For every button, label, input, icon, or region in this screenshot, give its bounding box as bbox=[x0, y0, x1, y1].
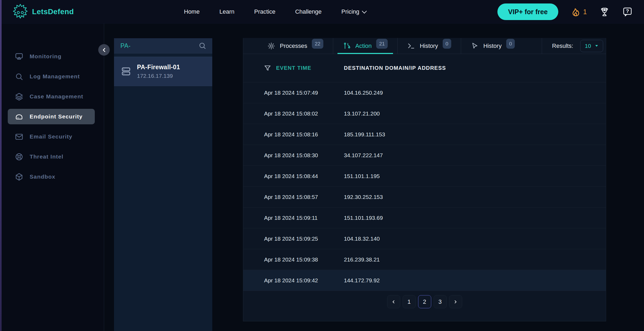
nav-item[interactable]: Pricing bbox=[341, 8, 366, 15]
chevron-left-icon bbox=[101, 47, 108, 53]
server-icon bbox=[120, 66, 132, 77]
device-ip: 172.16.17.139 bbox=[137, 73, 180, 79]
event-time-cell: Apr 18 2024 15:09:11 bbox=[264, 215, 344, 221]
log-search-icon bbox=[15, 72, 23, 81]
device-panel: PA-Firewall-01 172.16.17.139 bbox=[114, 38, 212, 331]
event-table-body: Apr 18 2024 15:07:49 104.16.250.249 Apr … bbox=[243, 82, 606, 291]
destination-cell: 151.101.193.69 bbox=[344, 215, 383, 221]
table-row[interactable]: Apr 18 2024 15:07:49 104.16.250.249 bbox=[243, 82, 606, 103]
sidebar-item[interactable]: Monitoring bbox=[8, 49, 95, 64]
tab-count-badge: 0 bbox=[506, 39, 515, 49]
endpoint-detail-card: Processes 22 Action 21 History 0 bbox=[243, 38, 606, 321]
tab[interactable]: History 0 bbox=[397, 38, 461, 54]
destination-cell: 34.107.222.147 bbox=[344, 152, 383, 159]
device-list-item[interactable]: PA-Firewall-01 172.16.17.139 bbox=[114, 57, 212, 86]
page-number-button[interactable]: 1 bbox=[403, 295, 416, 308]
destination-cell: 13.107.21.200 bbox=[344, 110, 380, 117]
route-icon bbox=[343, 42, 351, 50]
tab-label: Action bbox=[355, 43, 372, 49]
pagination: 1 2 3 bbox=[243, 295, 606, 308]
event-time-cell: Apr 18 2024 15:08:44 bbox=[264, 173, 344, 179]
sidebar-item[interactable]: Threat Intel bbox=[8, 149, 95, 164]
page-number-button[interactable]: 3 bbox=[434, 295, 447, 308]
trophy-icon[interactable] bbox=[599, 6, 610, 17]
destination-cell: 144.172.79.92 bbox=[344, 277, 380, 284]
device-search-box bbox=[114, 38, 212, 53]
tab-count-badge: 21 bbox=[376, 39, 388, 49]
destination-cell: 151.101.1.195 bbox=[344, 173, 380, 179]
tab[interactable]: Processes 22 bbox=[243, 38, 333, 54]
event-time-cell: Apr 18 2024 15:09:25 bbox=[264, 236, 344, 242]
sidebar-item-label: Email Security bbox=[30, 133, 72, 140]
event-time-cell: Apr 18 2024 15:08:57 bbox=[264, 194, 344, 200]
table-row[interactable]: Apr 18 2024 15:08:16 185.199.111.153 bbox=[243, 124, 606, 145]
destination-cell: 185.199.111.153 bbox=[344, 131, 385, 138]
help-icon[interactable]: ? bbox=[622, 6, 633, 17]
table-row[interactable]: Apr 18 2024 15:09:42 144.172.79.92 bbox=[243, 270, 606, 291]
column-header-event-time: EVENT TIME bbox=[264, 64, 344, 72]
table-row[interactable]: Apr 18 2024 15:09:25 104.18.32.140 bbox=[243, 228, 606, 249]
search-icon bbox=[198, 42, 206, 50]
next-page-button[interactable] bbox=[449, 295, 462, 308]
nav-item[interactable]: Home bbox=[184, 8, 200, 15]
tab-count-badge: 0 bbox=[443, 39, 451, 49]
top-navigation: Home Learn Practice Challenge Pricing bbox=[184, 0, 366, 24]
tab[interactable]: Action 21 bbox=[333, 38, 397, 54]
event-time-cell: Apr 18 2024 15:08:30 bbox=[264, 152, 344, 159]
nav-item[interactable]: Challenge bbox=[295, 8, 321, 15]
threat-icon bbox=[15, 152, 23, 161]
page-number-button[interactable]: 2 bbox=[418, 295, 431, 308]
vip-button[interactable]: VIP+ for free bbox=[497, 3, 558, 20]
brand[interactable]: LetsDefend bbox=[13, 4, 74, 20]
sidebar-item[interactable]: Sandbox bbox=[8, 169, 95, 184]
monitor-icon bbox=[15, 52, 23, 61]
event-time-cell: Apr 18 2024 15:09:38 bbox=[264, 256, 344, 263]
destination-cell: 192.30.252.153 bbox=[344, 194, 383, 200]
cursor-icon bbox=[471, 42, 479, 50]
table-row[interactable]: Apr 18 2024 15:09:38 216.239.38.21 bbox=[243, 249, 606, 270]
letsdefend-logo-icon bbox=[13, 4, 28, 20]
table-header: EVENT TIME DESTINATION DOMAIN/IP ADDRESS bbox=[243, 54, 606, 82]
chevron-right-icon bbox=[453, 299, 458, 305]
event-time-cell: Apr 18 2024 15:07:49 bbox=[264, 90, 344, 96]
previous-page-button[interactable] bbox=[387, 295, 400, 308]
sidebar-item[interactable]: Endpoint Security bbox=[8, 109, 95, 124]
streak-counter[interactable]: 1 bbox=[571, 7, 587, 17]
table-row[interactable]: Apr 18 2024 15:08:30 34.107.222.147 bbox=[243, 145, 606, 166]
tab-label: Processes bbox=[280, 43, 307, 49]
results-per-page-select[interactable]: 10 bbox=[580, 40, 603, 52]
sidebar-item-label: Log Management bbox=[30, 73, 80, 80]
tab-label: History bbox=[420, 43, 438, 49]
sidebar-item-label: Sandbox bbox=[30, 174, 55, 180]
tab-bar: Processes 22 Action 21 History 0 bbox=[243, 38, 606, 54]
tab-count-badge: 22 bbox=[312, 39, 323, 49]
topbar: LetsDefend Home Learn Practice Challenge… bbox=[2, 0, 644, 24]
results-label: Results: bbox=[552, 43, 573, 49]
nav-item[interactable]: Learn bbox=[219, 8, 234, 15]
table-row[interactable]: Apr 18 2024 15:08:02 13.107.21.200 bbox=[243, 103, 606, 124]
sidebar-item-label: Endpoint Security bbox=[30, 113, 83, 120]
results-value: 10 bbox=[585, 43, 591, 49]
endpoint-icon bbox=[15, 112, 23, 121]
table-row[interactable]: Apr 18 2024 15:09:11 151.101.193.69 bbox=[243, 207, 606, 228]
sidebar-item-label: Threat Intel bbox=[30, 153, 63, 160]
results-control: Results: 10 bbox=[542, 38, 606, 54]
destination-cell: 104.18.32.140 bbox=[344, 236, 380, 242]
topbar-right: VIP+ for free 1 bbox=[497, 0, 633, 24]
filter-icon[interactable] bbox=[264, 64, 272, 72]
table-row[interactable]: Apr 18 2024 15:08:57 192.30.252.153 bbox=[243, 187, 606, 207]
sidebar-item[interactable]: Email Security bbox=[8, 129, 95, 144]
tab[interactable]: History 0 bbox=[461, 38, 524, 54]
device-search-input[interactable] bbox=[120, 42, 193, 49]
nav-item[interactable]: Practice bbox=[254, 8, 275, 15]
device-name: PA-Firewall-01 bbox=[137, 64, 180, 71]
layers-icon bbox=[15, 92, 23, 101]
sidebar-collapse-button[interactable] bbox=[98, 44, 110, 56]
table-row[interactable]: Apr 18 2024 15:08:44 151.101.1.195 bbox=[243, 166, 606, 187]
sidebar-item[interactable]: Log Management bbox=[8, 69, 95, 84]
terminal-icon bbox=[407, 42, 415, 50]
sidebar-item[interactable]: Case Management bbox=[8, 89, 95, 104]
column-header-destination: DESTINATION DOMAIN/IP ADDRESS bbox=[344, 65, 446, 71]
flame-icon bbox=[571, 7, 581, 17]
gear-icon bbox=[267, 42, 275, 50]
